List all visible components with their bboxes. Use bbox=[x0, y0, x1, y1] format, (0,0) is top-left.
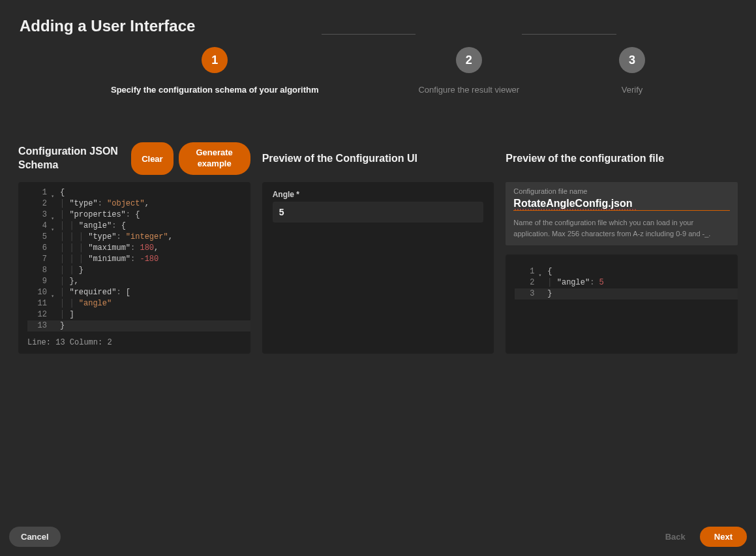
output-code[interactable]: { │ "angle": 5 } bbox=[538, 266, 738, 354]
back-button: Back bbox=[654, 527, 697, 547]
cancel-button[interactable]: Cancel bbox=[9, 527, 61, 547]
step-1[interactable]: 1 Specify the configuration schema of yo… bbox=[111, 47, 319, 95]
column-schema: Configuration JSON Schema Clear Generate… bbox=[18, 140, 250, 354]
angle-field-label: Angle * bbox=[273, 190, 484, 199]
column-preview-file: Preview of the configuration file Config… bbox=[506, 140, 738, 354]
next-button[interactable]: Next bbox=[700, 527, 747, 547]
fold-caret-icon[interactable]: ▾ bbox=[51, 224, 54, 235]
config-file-name-input[interactable] bbox=[513, 196, 730, 211]
step-2-circle: 2 bbox=[456, 47, 482, 73]
step-1-circle: 1 bbox=[202, 47, 228, 73]
step-3-label: Verify bbox=[622, 85, 643, 95]
preview-file-title: Preview of the configuration file bbox=[506, 152, 664, 166]
generate-l2: example bbox=[198, 159, 232, 168]
column-preview-ui: Preview of the Configuration UI Angle * … bbox=[262, 140, 494, 354]
page-title: Adding a User Interface bbox=[0, 0, 756, 47]
preview-ui-title: Preview of the Configuration UI bbox=[262, 152, 417, 166]
step-2[interactable]: 2 Configure the result viewer bbox=[418, 47, 519, 95]
step-3-circle: 3 bbox=[619, 47, 645, 73]
footer: Cancel Back Next bbox=[0, 527, 756, 556]
schema-editor[interactable]: 1▾ 2 3▾ 4▾ 5 6 7 8 9 10▾ 11 12 13 { │ "t… bbox=[18, 182, 250, 332]
schema-title: Configuration JSON Schema bbox=[18, 145, 123, 172]
generate-l1: Generate bbox=[196, 147, 232, 157]
step-1-label: Specify the configuration schema of your… bbox=[111, 85, 319, 95]
fold-caret-icon[interactable]: ▾ bbox=[51, 191, 54, 202]
schema-code[interactable]: { │ "type": "object", │ "properties": { … bbox=[51, 187, 250, 332]
config-file-name-help: Name of the configuration file which you… bbox=[513, 217, 730, 239]
step-line-1 bbox=[322, 34, 416, 35]
step-3[interactable]: 3 Verify bbox=[619, 47, 645, 95]
angle-input[interactable]: 5 bbox=[273, 202, 484, 223]
output-gutter: 1▾ 2 3 bbox=[506, 266, 538, 354]
output-editor[interactable]: 1▾ 2 3 { │ "angle": 5 } bbox=[506, 266, 738, 354]
step-line-2 bbox=[522, 34, 616, 35]
fold-caret-icon[interactable]: ▾ bbox=[539, 270, 542, 281]
editor-statusbar: Line: 13 Column: 2 bbox=[18, 332, 250, 354]
step-2-label: Configure the result viewer bbox=[418, 85, 519, 95]
stepper: 1 Specify the configuration schema of yo… bbox=[0, 47, 756, 95]
generate-example-button[interactable]: Generate example bbox=[179, 142, 250, 175]
fold-caret-icon[interactable]: ▾ bbox=[51, 290, 54, 301]
clear-button[interactable]: Clear bbox=[131, 142, 174, 175]
config-file-name-label: Configuration file name bbox=[513, 187, 730, 195]
fold-caret-icon[interactable]: ▾ bbox=[51, 213, 54, 224]
schema-gutter: 1▾ 2 3▾ 4▾ 5 6 7 8 9 10▾ 11 12 13 bbox=[18, 187, 51, 332]
